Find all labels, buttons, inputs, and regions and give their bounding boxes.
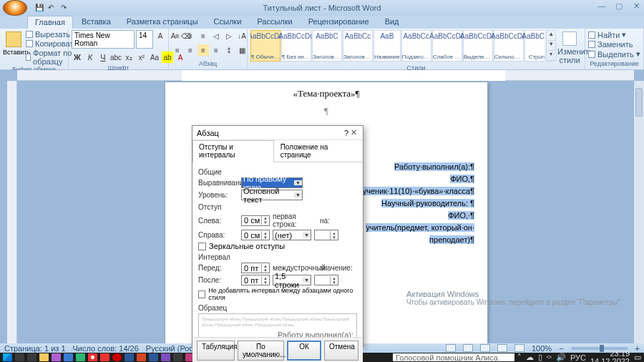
bold-button[interactable]: Ж xyxy=(72,52,83,63)
style-gallery[interactable]: AaBbCcDd¶ ОбычныйAaBbCcDd¶ Без интер...A… xyxy=(250,30,545,62)
select-button[interactable]: Выделить ▾ xyxy=(588,49,640,59)
shading-button[interactable]: ▦ xyxy=(236,44,248,56)
align-left-button[interactable]: ≡ xyxy=(172,44,183,56)
paste-button[interactable]: Вставить xyxy=(3,30,24,56)
line-spacing-button[interactable]: ‡ xyxy=(223,44,235,56)
space-after-spin[interactable]: 0 пт▲▼ xyxy=(241,275,270,285)
style-item[interactable]: AaBbCcDdВыделение xyxy=(463,30,493,62)
style-item[interactable]: AaBbCcЗаголовок 2 xyxy=(343,30,373,62)
tb-mail-icon[interactable] xyxy=(64,353,73,361)
align-center-button[interactable]: ≡ xyxy=(185,44,196,56)
style-item[interactable]: AaBbCcDdСлабое вы... xyxy=(432,30,462,62)
find-button[interactable]: Найти ▾ xyxy=(588,30,640,39)
tb-yandex-icon[interactable] xyxy=(112,353,122,361)
tab-review[interactable]: Рецензирование xyxy=(301,16,376,29)
indent-right-spin[interactable]: 0 см▲▼ xyxy=(241,230,270,240)
subscript-button[interactable]: x₂ xyxy=(123,52,135,63)
align-right-button[interactable]: ≡ xyxy=(197,44,209,56)
ruler-horizontal[interactable] xyxy=(17,70,634,81)
tab-mailings[interactable]: Рассылки xyxy=(250,16,299,29)
style-item[interactable]: AaBНазвание xyxy=(374,30,401,62)
line-spacing-at-spin[interactable]: ▲▼ xyxy=(314,275,338,285)
style-item[interactable]: AaBbCЗаголовок 1 xyxy=(312,30,342,62)
ruler-vertical[interactable] xyxy=(7,81,17,343)
tray-onedrive-icon[interactable]: ☁ xyxy=(526,353,534,362)
italic-button[interactable]: К xyxy=(84,52,96,63)
style-item[interactable]: AaBbCcПодзаголо... xyxy=(401,30,431,62)
view-outline[interactable] xyxy=(497,344,507,352)
font-size-combo[interactable]: 14 xyxy=(136,30,153,49)
tb-search-icon[interactable] xyxy=(15,353,24,361)
minimize-button[interactable]: — xyxy=(597,1,607,11)
tb-app2-icon[interactable] xyxy=(161,353,170,361)
mirror-indents-check[interactable] xyxy=(198,243,206,250)
tb-opera-icon[interactable] xyxy=(100,353,109,361)
tray-lang[interactable]: РУС xyxy=(570,353,586,362)
vertical-scrollbar[interactable] xyxy=(634,81,644,343)
underline-button[interactable]: Ч xyxy=(97,52,109,63)
style-item[interactable]: AaBbCcDd¶ Без интер... xyxy=(281,30,311,62)
view-print-layout[interactable] xyxy=(446,344,456,352)
first-line-combo[interactable]: (нет)▼ xyxy=(273,230,311,240)
grow-font-icon[interactable]: A xyxy=(155,30,166,41)
text-effects-button[interactable]: Aa xyxy=(149,52,160,63)
indent-inc-button[interactable]: ▷ xyxy=(223,30,235,41)
tab-view[interactable]: Вид xyxy=(378,16,406,29)
tb-calc-icon[interactable] xyxy=(149,353,158,361)
tray-clock[interactable]: 23:1914.12.2022 xyxy=(590,350,630,363)
ok-button[interactable]: ОК xyxy=(287,341,321,361)
tb-chrome-icon[interactable] xyxy=(88,353,97,361)
tb-app-icon[interactable] xyxy=(52,353,61,361)
dialog-tab-position[interactable]: Положение на странице xyxy=(274,140,363,162)
tb-ppt-icon[interactable] xyxy=(137,353,146,361)
line-spacing-combo[interactable]: 1,5 строки▼ xyxy=(273,275,311,285)
taskbar-search[interactable]: Голосовой помощник Алиса xyxy=(393,353,514,361)
default-button[interactable]: По умолчанию... xyxy=(238,341,284,361)
justify-button[interactable]: ≡ xyxy=(210,44,222,56)
tb-word-icon[interactable] xyxy=(125,353,134,361)
replace-button[interactable]: Заменить xyxy=(588,40,640,49)
undo-icon[interactable]: ↶ xyxy=(47,3,57,13)
tb-taskview-icon[interactable] xyxy=(27,353,36,361)
dialog-tab-indents[interactable]: Отступы и интервалы xyxy=(192,140,274,162)
tabs-button[interactable]: Табуляция... xyxy=(197,341,235,361)
tab-insert[interactable]: Вставка xyxy=(74,16,118,29)
tray-battery-icon[interactable]: ▯ xyxy=(538,353,542,362)
status-words[interactable]: Число слов: 14/26 xyxy=(73,344,139,353)
tray-wifi-icon[interactable]: ⌔ xyxy=(547,353,552,362)
space-before-spin[interactable]: 0 пт▲▼ xyxy=(241,263,270,273)
first-line-by-spin[interactable]: ▲▼ xyxy=(314,230,338,240)
style-scroll[interactable]: ▲▼▾ xyxy=(546,30,556,62)
redo-icon[interactable]: ↷ xyxy=(60,3,70,13)
tray-volume-icon[interactable]: 🔊 xyxy=(556,353,566,362)
change-styles-button[interactable]: Изменить стили xyxy=(557,30,582,64)
office-button[interactable] xyxy=(3,0,27,16)
style-item[interactable]: AaBbCcDdСильное в... xyxy=(494,30,524,62)
view-full-screen[interactable] xyxy=(463,344,473,352)
save-icon[interactable]: 💾 xyxy=(34,3,44,13)
indent-dec-button[interactable]: ◁ xyxy=(210,30,222,41)
start-button[interactable] xyxy=(3,353,12,361)
tab-references[interactable]: Ссылки xyxy=(207,16,249,29)
outline-level-combo[interactable]: Основной текст▼ xyxy=(241,190,303,200)
cancel-button[interactable]: Отмена xyxy=(324,341,358,361)
superscript-button[interactable]: x² xyxy=(136,52,147,63)
tb-app3-icon[interactable] xyxy=(173,353,182,361)
tray-notifications-icon[interactable]: ▭ xyxy=(634,353,641,362)
tab-layout[interactable]: Разметка страницы xyxy=(119,16,205,29)
style-item[interactable]: AaBbCcDd¶ Обычный xyxy=(250,30,280,62)
no-space-check[interactable] xyxy=(198,290,205,298)
status-page[interactable]: Страница: 1 из 1 xyxy=(4,344,66,353)
tray-chevron-icon[interactable]: ˄ xyxy=(517,353,522,362)
view-web[interactable] xyxy=(480,344,490,352)
numbering-button[interactable]: ≡ xyxy=(185,30,196,41)
close-button[interactable]: ✕ xyxy=(631,1,641,11)
font-name-combo[interactable]: Times New Roman xyxy=(72,30,135,49)
indent-left-spin[interactable]: 0 см▲▼ xyxy=(241,215,270,226)
style-item[interactable]: AaBbCcDcСтрогий xyxy=(525,30,545,62)
tb-edge-icon[interactable] xyxy=(76,353,85,361)
dialog-close-button[interactable]: ✕ xyxy=(348,128,358,137)
tab-home[interactable]: Главная xyxy=(27,16,73,29)
strike-button[interactable]: abc xyxy=(110,52,122,63)
multilevel-button[interactable]: ≡ xyxy=(197,30,209,41)
